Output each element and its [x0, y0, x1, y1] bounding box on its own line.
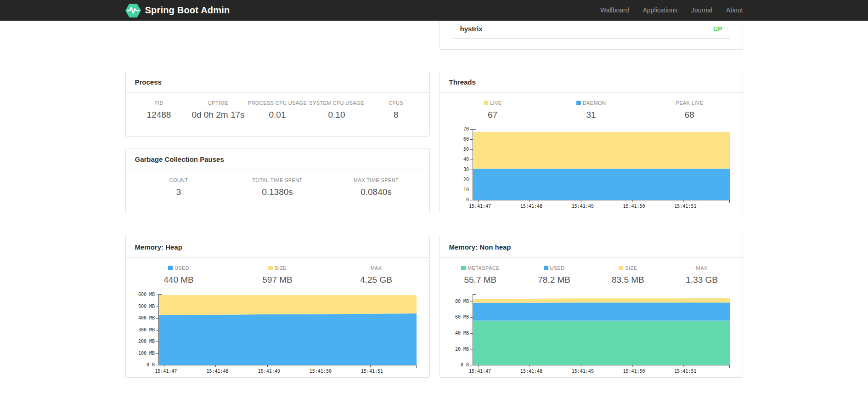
stat-label: LIVE: [444, 100, 542, 106]
y-tick-label: 40 MB: [455, 330, 468, 335]
stat-label: MAX: [327, 265, 426, 271]
stat-label-text: TOTAL TIME SPENT: [252, 177, 302, 183]
stat-label-text: USED: [550, 265, 565, 271]
memory-nonheap-card-title: Memory: Non heap: [440, 236, 743, 258]
y-tick-label: 0 B: [146, 362, 154, 367]
series-area-size: [159, 295, 417, 315]
health-item-name: hystrix: [460, 25, 483, 33]
stat-uptime: UPTIME0d 0h 2m 17s: [189, 100, 248, 120]
stat-label: METASPACE: [444, 265, 518, 271]
x-tick-label: 15:41:51: [674, 203, 696, 208]
process-card-title: Process: [126, 71, 429, 93]
nav-item-wallboard: Wallboard: [593, 0, 636, 21]
stat-label-text: MAX TIME SPENT: [354, 177, 399, 183]
y-tick-label: 60 MB: [455, 314, 468, 319]
x-tick-label: 15:41:48: [520, 203, 542, 208]
stat-value: 78.2 MB: [517, 275, 591, 285]
stat-used: USED440 MB: [130, 265, 228, 285]
y-tick-label: 80 MB: [455, 298, 468, 303]
x-tick-label: 15:41:47: [469, 203, 491, 208]
stat-label-text: SIZE: [625, 265, 637, 271]
nav-link-journal[interactable]: Journal: [684, 0, 719, 21]
spring-boot-admin-logo-icon: [125, 4, 141, 17]
x-tick-label: 15:41:51: [674, 368, 696, 373]
legend-color-icon: [619, 266, 623, 270]
stat-total-time-spent: TOTAL TIME SPENT0.1380s: [228, 177, 327, 197]
y-tick-label: 50: [463, 147, 468, 152]
stat-label-text: CPUS: [389, 100, 403, 106]
threads-card-title: Threads: [440, 71, 743, 93]
stat-label: SIZE: [591, 265, 665, 271]
series-area-metaspace: [473, 320, 729, 365]
stat-label-text: METASPACE: [468, 265, 500, 271]
stat-label-text: MAX: [370, 265, 382, 271]
memory-heap-chart: 0 B100 MB200 MB300 MB400 MB500 MB600 MB1…: [135, 290, 420, 378]
stat-value: 8: [366, 110, 426, 120]
nav-link-wallboard[interactable]: Wallboard: [593, 0, 636, 21]
stat-label: USED: [517, 265, 591, 271]
stat-label: PEAK LIVE: [640, 100, 738, 106]
stat-label: CPUS: [366, 100, 426, 106]
x-tick-label: 15:41:48: [206, 369, 228, 374]
stat-label: COUNT: [130, 177, 228, 183]
x-tick-label: 15:41:47: [155, 369, 177, 374]
stat-value: 1.33 GB: [665, 275, 739, 285]
nav-item-applications: Applications: [636, 0, 684, 21]
stat-peak-live: PEAK LIVE68: [640, 100, 738, 120]
health-status-badge: UP: [713, 25, 722, 33]
brand-link[interactable]: Spring Boot Admin: [125, 4, 230, 17]
stat-size: SIZE597 MB: [228, 265, 327, 285]
stat-daemon: DAEMON31: [542, 100, 640, 120]
y-tick-label: 10: [463, 187, 468, 192]
nav-link-applications[interactable]: Applications: [636, 0, 684, 21]
memory-heap-legend: USED440 MBSIZE597 MBMAX4.25 GB: [126, 258, 429, 290]
x-tick-label: 15:41:47: [469, 368, 491, 373]
stat-label-text: MAX: [696, 265, 708, 271]
stat-process-cpu-usage: PROCESS CPU USAGE0.01: [248, 100, 307, 120]
stat-label-text: SYSTEM CPU USAGE: [309, 100, 364, 106]
stat-max-time-spent: MAX TIME SPENT0.0840s: [327, 177, 426, 197]
threads-legend: LIVE67DAEMON31PEAK LIVE68: [440, 93, 743, 125]
stat-max: MAX1.33 GB: [665, 265, 739, 285]
process-card: Process PID12488UPTIME0d 0h 2m 17sPROCES…: [125, 71, 430, 137]
memory-heap-card-title: Memory: Heap: [126, 236, 429, 258]
nav-link-about[interactable]: About: [719, 0, 743, 21]
memory-nonheap-card: Memory: Non heap METASPACE55.7 MBUSED78.…: [440, 236, 743, 378]
series-area-used: [159, 313, 417, 365]
legend-color-icon: [268, 266, 273, 270]
health-row-hystrix: hystrix UP: [453, 21, 730, 39]
stat-label-text: PID: [154, 100, 163, 106]
health-card: hystrix UP: [440, 21, 743, 50]
stat-label: PID: [130, 100, 189, 106]
stat-label: SYSTEM CPU USAGE: [307, 100, 366, 106]
nav-item-about: About: [719, 0, 743, 21]
stat-value: 0.01: [248, 110, 307, 120]
stat-value: 3: [130, 187, 228, 197]
stat-value: 0.10: [307, 110, 366, 120]
stat-value: 31: [542, 110, 640, 120]
legend-color-icon: [461, 266, 466, 270]
stat-live: LIVE67: [444, 100, 542, 120]
x-tick-label: 15:41:49: [258, 369, 280, 374]
stat-value: 4.25 GB: [327, 275, 426, 285]
y-tick-label: 0 B: [460, 362, 468, 367]
stat-cpus: CPUS8: [366, 100, 426, 120]
stat-label-text: DAEMON: [583, 100, 606, 106]
series-area-size: [473, 298, 729, 302]
series-area-daemon: [473, 168, 729, 199]
stat-value: 0.0840s: [327, 187, 426, 197]
y-tick-label: 40: [463, 157, 468, 162]
stat-value: 0d 0h 2m 17s: [189, 110, 248, 120]
legend-color-icon: [576, 101, 581, 105]
threads-chart-area: 01020304050607015:41:4715:41:4815:41:491…: [440, 125, 743, 213]
y-tick-label: 400 MB: [138, 315, 154, 320]
process-stats: PID12488UPTIME0d 0h 2m 17sPROCESS CPU US…: [126, 93, 429, 125]
y-tick-label: 20: [463, 177, 468, 182]
memory-heap-chart-area: 0 B100 MB200 MB300 MB400 MB500 MB600 MB1…: [126, 290, 429, 378]
gc-card-title: Garbage Collection Pauses: [126, 148, 429, 170]
main-content: hystrix UP Process PID12488UPTIME0d 0h 2…: [125, 21, 743, 410]
stat-label-text: LIVE: [490, 100, 502, 106]
stat-label-text: PEAK LIVE: [676, 100, 703, 106]
y-tick-label: 200 MB: [138, 339, 154, 344]
stat-label: MAX TIME SPENT: [327, 177, 426, 183]
